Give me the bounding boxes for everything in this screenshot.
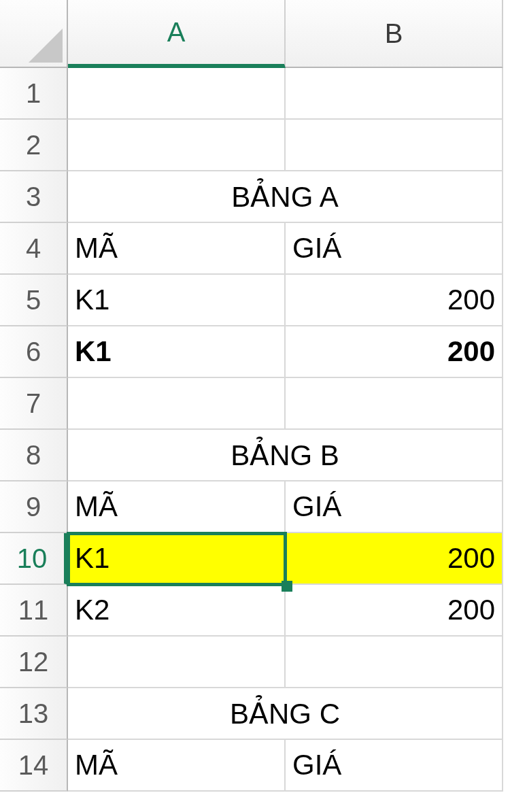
select-all-corner[interactable]	[0, 0, 68, 68]
row-header-8[interactable]: 8	[0, 430, 68, 481]
row-header-4[interactable]: 4	[0, 223, 68, 275]
cell-b11[interactable]: 200	[286, 585, 503, 637]
cell-b1[interactable]	[286, 68, 503, 120]
row-header-11[interactable]: 11	[0, 585, 68, 637]
cell-b4[interactable]: GIÁ	[286, 223, 503, 275]
cell-b12[interactable]	[286, 637, 503, 688]
cell-b6[interactable]: 200	[286, 326, 503, 378]
row-header-6[interactable]: 6	[0, 326, 68, 378]
cell-a7[interactable]	[68, 378, 286, 430]
cell-a13b13-merged[interactable]: BẢNG C	[68, 688, 503, 740]
cell-a1[interactable]	[68, 68, 286, 120]
cell-a8b8-merged[interactable]: BẢNG B	[68, 430, 503, 481]
column-header-b[interactable]: B	[286, 0, 503, 68]
cell-a12[interactable]	[68, 637, 286, 688]
row-header-5[interactable]: 5	[0, 275, 68, 326]
cell-a10[interactable]: K1	[68, 533, 286, 585]
row-header-9[interactable]: 9	[0, 481, 68, 533]
cell-b9[interactable]: GIÁ	[286, 481, 503, 533]
row-header-3[interactable]: 3	[0, 171, 68, 223]
column-header-a[interactable]: A	[68, 0, 286, 68]
cell-a2[interactable]	[68, 120, 286, 171]
cell-a6[interactable]: K1	[68, 326, 286, 378]
row-header-7[interactable]: 7	[0, 378, 68, 430]
cell-a9[interactable]: MÃ	[68, 481, 286, 533]
cell-b7[interactable]	[286, 378, 503, 430]
row-header-10[interactable]: 10	[0, 533, 68, 585]
row-header-2[interactable]: 2	[0, 120, 68, 171]
cell-b5[interactable]: 200	[286, 275, 503, 326]
cell-a4[interactable]: MÃ	[68, 223, 286, 275]
cell-a5[interactable]: K1	[68, 275, 286, 326]
cell-a11[interactable]: K2	[68, 585, 286, 637]
cell-b2[interactable]	[286, 120, 503, 171]
cell-b14[interactable]: GIÁ	[286, 740, 503, 792]
row-header-14[interactable]: 14	[0, 740, 68, 792]
spreadsheet-viewport: A B 1 2 3 BẢNG A 4 MÃ GIÁ 5 K1 200 6 K1 …	[0, 0, 510, 812]
cell-b10[interactable]: 200	[286, 533, 503, 585]
right-edge-fade	[503, 0, 510, 812]
cell-a3b3-merged[interactable]: BẢNG A	[68, 171, 503, 223]
row-header-1[interactable]: 1	[0, 68, 68, 120]
row-header-12[interactable]: 12	[0, 637, 68, 688]
row-header-13[interactable]: 13	[0, 688, 68, 740]
cell-a14[interactable]: MÃ	[68, 740, 286, 792]
